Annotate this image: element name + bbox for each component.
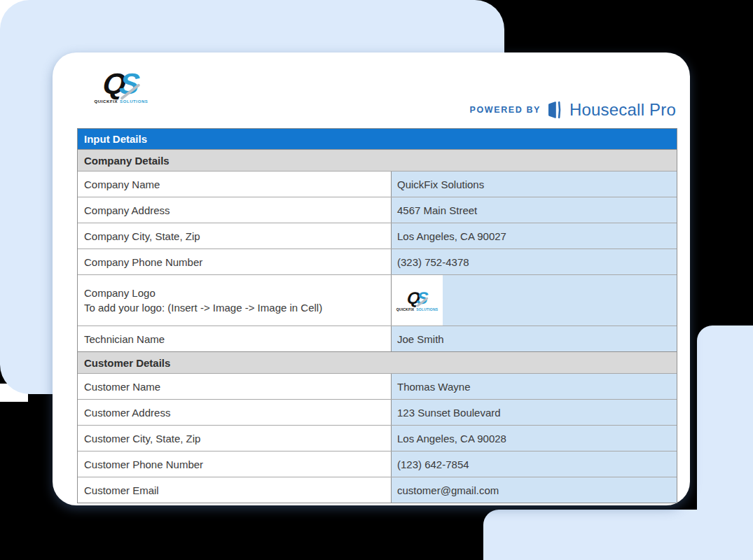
- customer-email-label: Customer Email: [78, 477, 391, 503]
- sheet-title-row: Input Details: [78, 129, 677, 149]
- company-logo-cell[interactable]: Q S QUICKFIX SOLUTIONS: [391, 275, 677, 326]
- template-card: Q S QUICKFIX SOLUTIONS POWERED BY Housec…: [53, 52, 690, 505]
- quickfix-solutions-logo: Q S QUICKFIX SOLUTIONS: [93, 69, 149, 104]
- table-row: Customer Name Thomas Wayne: [78, 373, 677, 399]
- company-phone-label: Company Phone Number: [78, 249, 391, 274]
- customer-address-cell[interactable]: 123 Sunset Boulevard: [391, 400, 677, 425]
- table-row: Company Name QuickFix Solutions: [78, 171, 677, 197]
- company-address-cell[interactable]: 4567 Main Street: [391, 197, 677, 223]
- customer-address-label: Customer Address: [78, 400, 391, 425]
- table-row: Customer Address 123 Sunset Boulevard: [78, 399, 677, 425]
- company-address-label: Company Address: [78, 197, 391, 223]
- company-details-section-header: Company Details: [78, 149, 677, 171]
- logo-caption: QUICKFIX SOLUTIONS: [396, 307, 438, 312]
- company-phone-cell[interactable]: (323) 752-4378: [391, 249, 677, 274]
- customer-details-section-header: Customer Details: [78, 351, 677, 373]
- customer-city-state-zip-cell[interactable]: Los Angeles, CA 90028: [391, 426, 677, 451]
- table-row: Company Address 4567 Main Street: [78, 197, 677, 223]
- company-logo-row: Company Logo To add your logo: (Insert -…: [78, 274, 677, 326]
- quickfix-logo-mini: Q S QUICKFIX SOLUTIONS: [396, 290, 438, 312]
- table-row: Customer Phone Number (123) 642-7854: [78, 451, 677, 477]
- table-row: Company City, State, Zip Los Angeles, CA…: [78, 223, 677, 248]
- customer-phone-cell[interactable]: (123) 642-7854: [391, 451, 677, 477]
- company-name-cell[interactable]: QuickFix Solutions: [391, 172, 677, 197]
- company-city-state-zip-label: Company City, State, Zip: [78, 223, 391, 248]
- customer-city-state-zip-label: Customer City, State, Zip: [78, 426, 391, 451]
- decorative-blob-bottom: [483, 510, 753, 560]
- brand-name: Housecall Pro: [569, 100, 676, 120]
- input-details-sheet: Input Details Company Details Company Na…: [77, 128, 677, 503]
- company-logo-image: Q S QUICKFIX SOLUTIONS: [392, 275, 443, 326]
- powered-by-label: POWERED BY: [470, 105, 541, 115]
- quickfix-logo-icon: Q S: [103, 69, 140, 99]
- housecall-pro-door-icon: [548, 101, 562, 119]
- table-row: Customer Email customer@gmail.com: [78, 477, 677, 503]
- company-city-state-zip-cell[interactable]: Los Angeles, CA 90027: [391, 223, 677, 248]
- technician-name-cell[interactable]: Joe Smith: [391, 326, 677, 351]
- logo-word-solutions: SOLUTIONS: [416, 307, 438, 312]
- table-row: Technician Name Joe Smith: [78, 326, 677, 351]
- customer-name-label: Customer Name: [78, 374, 391, 399]
- customer-name-cell[interactable]: Thomas Wayne: [391, 374, 677, 399]
- company-logo-label-line2: To add your logo: (Insert -> Image -> Im…: [84, 300, 322, 315]
- table-row: Company Phone Number (323) 752-4378: [78, 248, 677, 274]
- company-logo-label-line1: Company Logo: [84, 286, 156, 300]
- company-logo-label: Company Logo To add your logo: (Insert -…: [78, 275, 391, 326]
- technician-name-label: Technician Name: [78, 326, 391, 351]
- table-row: Customer City, State, Zip Los Angeles, C…: [78, 425, 677, 451]
- logo-word-quickfix: QUICKFIX: [396, 307, 415, 312]
- customer-email-cell[interactable]: customer@gmail.com: [391, 477, 677, 503]
- powered-by-housecall-pro: POWERED BY Housecall Pro: [470, 100, 676, 120]
- customer-phone-label: Customer Phone Number: [78, 451, 391, 477]
- company-name-label: Company Name: [78, 172, 391, 197]
- quickfix-logo-mini-icon: Q S: [407, 290, 427, 307]
